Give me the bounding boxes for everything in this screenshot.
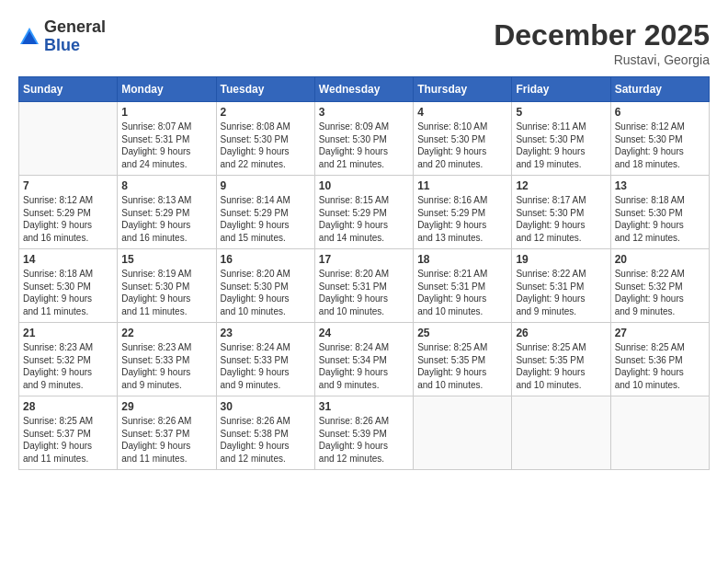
logo-icon — [18, 26, 40, 48]
calendar-cell: 7Sunrise: 8:12 AM Sunset: 5:29 PM Daylig… — [19, 176, 118, 249]
calendar-cell: 9Sunrise: 8:14 AM Sunset: 5:29 PM Daylig… — [216, 176, 314, 249]
day-number: 22 — [121, 327, 211, 339]
calendar-cell: 3Sunrise: 8:09 AM Sunset: 5:30 PM Daylig… — [314, 102, 413, 176]
day-info: Sunrise: 8:09 AM Sunset: 5:30 PM Dayligh… — [319, 121, 409, 170]
day-info: Sunrise: 8:22 AM Sunset: 5:31 PM Dayligh… — [516, 268, 606, 317]
calendar-cell: 13Sunrise: 8:18 AM Sunset: 5:30 PM Dayli… — [610, 176, 709, 249]
calendar-cell: 18Sunrise: 8:21 AM Sunset: 5:31 PM Dayli… — [414, 249, 512, 323]
calendar-cell: 24Sunrise: 8:24 AM Sunset: 5:34 PM Dayli… — [314, 323, 413, 396]
day-number: 11 — [417, 179, 507, 192]
week-row: 7Sunrise: 8:12 AM Sunset: 5:29 PM Daylig… — [19, 176, 710, 249]
header-cell-tuesday: Tuesday — [216, 77, 314, 102]
location: Rustavi, Georgia — [494, 52, 710, 67]
day-info: Sunrise: 8:25 AM Sunset: 5:36 PM Dayligh… — [615, 341, 705, 391]
calendar-cell: 14Sunrise: 8:18 AM Sunset: 5:30 PM Dayli… — [19, 249, 118, 323]
week-row: 14Sunrise: 8:18 AM Sunset: 5:30 PM Dayli… — [19, 249, 710, 323]
header-cell-monday: Monday — [118, 77, 216, 102]
day-number: 26 — [516, 327, 606, 339]
day-info: Sunrise: 8:18 AM Sunset: 5:30 PM Dayligh… — [615, 194, 705, 244]
logo-blue-text: Blue — [44, 36, 80, 54]
day-info: Sunrise: 8:26 AM Sunset: 5:38 PM Dayligh… — [221, 415, 311, 465]
calendar-cell: 11Sunrise: 8:16 AM Sunset: 5:29 PM Dayli… — [414, 176, 512, 249]
day-number: 25 — [417, 327, 507, 339]
calendar-cell: 19Sunrise: 8:22 AM Sunset: 5:31 PM Dayli… — [512, 249, 610, 323]
calendar-cell: 2Sunrise: 8:08 AM Sunset: 5:30 PM Daylig… — [216, 102, 314, 176]
day-number: 3 — [319, 106, 409, 119]
calendar-cell — [610, 396, 709, 470]
calendar-cell: 27Sunrise: 8:25 AM Sunset: 5:36 PM Dayli… — [610, 323, 709, 396]
day-info: Sunrise: 8:12 AM Sunset: 5:30 PM Dayligh… — [615, 121, 705, 170]
page-header: General Blue December 2025 Rustavi, Geor… — [18, 18, 710, 67]
day-number: 5 — [516, 106, 606, 119]
day-info: Sunrise: 8:12 AM Sunset: 5:29 PM Dayligh… — [23, 194, 113, 244]
calendar-cell: 12Sunrise: 8:17 AM Sunset: 5:30 PM Dayli… — [512, 176, 610, 249]
day-number: 4 — [417, 106, 507, 119]
calendar-cell: 8Sunrise: 8:13 AM Sunset: 5:29 PM Daylig… — [118, 176, 216, 249]
day-number: 16 — [221, 253, 311, 266]
day-info: Sunrise: 8:25 AM Sunset: 5:35 PM Dayligh… — [417, 341, 507, 391]
day-number: 23 — [221, 327, 311, 339]
calendar-cell: 16Sunrise: 8:20 AM Sunset: 5:30 PM Dayli… — [216, 249, 314, 323]
header-cell-saturday: Saturday — [610, 77, 709, 102]
day-number: 18 — [417, 253, 507, 266]
calendar-cell: 17Sunrise: 8:20 AM Sunset: 5:31 PM Dayli… — [314, 249, 413, 323]
header-cell-sunday: Sunday — [19, 77, 118, 102]
day-info: Sunrise: 8:26 AM Sunset: 5:37 PM Dayligh… — [121, 415, 211, 465]
day-number: 30 — [221, 400, 311, 413]
day-info: Sunrise: 8:18 AM Sunset: 5:30 PM Dayligh… — [23, 268, 113, 317]
calendar-cell: 30Sunrise: 8:26 AM Sunset: 5:38 PM Dayli… — [216, 396, 314, 470]
day-info: Sunrise: 8:25 AM Sunset: 5:35 PM Dayligh… — [516, 341, 606, 391]
day-info: Sunrise: 8:15 AM Sunset: 5:29 PM Dayligh… — [319, 194, 409, 244]
day-number: 20 — [615, 253, 705, 266]
day-info: Sunrise: 8:11 AM Sunset: 5:30 PM Dayligh… — [516, 121, 606, 170]
header-row: SundayMondayTuesdayWednesdayThursdayFrid… — [19, 77, 710, 102]
day-number: 6 — [615, 106, 705, 119]
calendar-cell: 29Sunrise: 8:26 AM Sunset: 5:37 PM Dayli… — [118, 396, 216, 470]
day-number: 2 — [221, 106, 311, 119]
day-info: Sunrise: 8:24 AM Sunset: 5:34 PM Dayligh… — [319, 341, 409, 391]
header-cell-friday: Friday — [512, 77, 610, 102]
calendar-cell: 20Sunrise: 8:22 AM Sunset: 5:32 PM Dayli… — [610, 249, 709, 323]
day-info: Sunrise: 8:20 AM Sunset: 5:30 PM Dayligh… — [221, 268, 311, 317]
day-number: 29 — [121, 400, 211, 413]
day-number: 24 — [319, 327, 409, 339]
day-info: Sunrise: 8:14 AM Sunset: 5:29 PM Dayligh… — [221, 194, 311, 244]
week-row: 1Sunrise: 8:07 AM Sunset: 5:31 PM Daylig… — [19, 102, 710, 176]
day-info: Sunrise: 8:17 AM Sunset: 5:30 PM Dayligh… — [516, 194, 606, 244]
day-number: 7 — [23, 179, 113, 192]
calendar-header: SundayMondayTuesdayWednesdayThursdayFrid… — [19, 77, 710, 102]
day-info: Sunrise: 8:10 AM Sunset: 5:30 PM Dayligh… — [417, 121, 507, 170]
calendar-cell: 6Sunrise: 8:12 AM Sunset: 5:30 PM Daylig… — [610, 102, 709, 176]
day-info: Sunrise: 8:19 AM Sunset: 5:30 PM Dayligh… — [121, 268, 211, 317]
calendar-cell: 23Sunrise: 8:24 AM Sunset: 5:33 PM Dayli… — [216, 323, 314, 396]
week-row: 21Sunrise: 8:23 AM Sunset: 5:32 PM Dayli… — [19, 323, 710, 396]
calendar-cell — [512, 396, 610, 470]
calendar: SundayMondayTuesdayWednesdayThursdayFrid… — [18, 76, 710, 470]
day-info: Sunrise: 8:24 AM Sunset: 5:33 PM Dayligh… — [221, 341, 311, 391]
day-info: Sunrise: 8:25 AM Sunset: 5:37 PM Dayligh… — [23, 415, 113, 465]
day-number: 27 — [615, 327, 705, 339]
day-info: Sunrise: 8:23 AM Sunset: 5:32 PM Dayligh… — [23, 341, 113, 391]
calendar-cell: 15Sunrise: 8:19 AM Sunset: 5:30 PM Dayli… — [118, 249, 216, 323]
calendar-cell: 5Sunrise: 8:11 AM Sunset: 5:30 PM Daylig… — [512, 102, 610, 176]
calendar-cell: 25Sunrise: 8:25 AM Sunset: 5:35 PM Dayli… — [414, 323, 512, 396]
day-info: Sunrise: 8:22 AM Sunset: 5:32 PM Dayligh… — [615, 268, 705, 317]
day-info: Sunrise: 8:23 AM Sunset: 5:33 PM Dayligh… — [121, 341, 211, 391]
logo: General Blue — [18, 18, 106, 55]
calendar-cell: 10Sunrise: 8:15 AM Sunset: 5:29 PM Dayli… — [314, 176, 413, 249]
day-info: Sunrise: 8:21 AM Sunset: 5:31 PM Dayligh… — [417, 268, 507, 317]
logo-general-text: General — [44, 17, 106, 36]
calendar-cell — [414, 396, 512, 470]
day-number: 1 — [121, 106, 211, 119]
day-info: Sunrise: 8:20 AM Sunset: 5:31 PM Dayligh… — [319, 268, 409, 317]
day-number: 15 — [121, 253, 211, 266]
calendar-cell: 22Sunrise: 8:23 AM Sunset: 5:33 PM Dayli… — [118, 323, 216, 396]
day-number: 10 — [319, 179, 409, 192]
day-number: 28 — [23, 400, 113, 413]
day-info: Sunrise: 8:26 AM Sunset: 5:39 PM Dayligh… — [319, 415, 409, 465]
day-number: 21 — [23, 327, 113, 339]
day-info: Sunrise: 8:08 AM Sunset: 5:30 PM Dayligh… — [221, 121, 311, 170]
calendar-cell: 4Sunrise: 8:10 AM Sunset: 5:30 PM Daylig… — [414, 102, 512, 176]
logo-text: General Blue — [44, 18, 106, 55]
calendar-cell: 1Sunrise: 8:07 AM Sunset: 5:31 PM Daylig… — [118, 102, 216, 176]
